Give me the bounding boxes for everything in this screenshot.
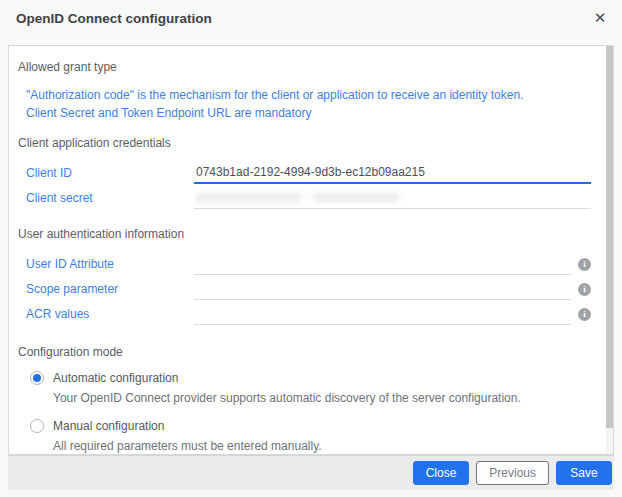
client-secret-row: Client secret xxxxxxxxxxxxxxx - xxxxxxxx… <box>18 187 591 209</box>
user-auth-heading: User authentication information <box>18 227 591 241</box>
user-id-attribute-input[interactable] <box>194 254 571 275</box>
configuration-mode-section: Configuration mode Automatic configurati… <box>18 345 591 453</box>
dialog-content-panel: Allowed grant type "Authorization code" … <box>8 45 614 455</box>
client-credentials-heading: Client application credentials <box>18 136 591 150</box>
client-secret-input[interactable]: xxxxxxxxxxxxxxx - xxxxxxxxxxxx <box>194 188 591 209</box>
dialog-footer: Close Previous Save <box>8 455 614 490</box>
manual-configuration-radio[interactable]: Manual configuration <box>30 419 591 433</box>
scope-parameter-label: Scope parameter <box>26 282 194 300</box>
manual-configuration-description: All required parameters must be entered … <box>53 439 591 453</box>
manual-configuration-option: Manual configuration All required parame… <box>18 419 591 453</box>
info-icon[interactable]: i <box>578 258 591 271</box>
close-icon[interactable]: ✕ <box>590 8 610 28</box>
scope-parameter-row: Scope parameter i <box>18 278 591 300</box>
user-auth-section: User authentication information User ID … <box>18 227 591 325</box>
info-icon[interactable]: i <box>578 308 591 321</box>
user-id-attribute-row: User ID Attribute i <box>18 253 591 275</box>
client-credentials-section: Client application credentials Client ID… <box>18 136 591 209</box>
scrollbar-thumb[interactable] <box>606 46 613 428</box>
radio-selected-icon <box>30 371 44 385</box>
radio-unselected-icon <box>30 419 44 433</box>
vertical-scrollbar[interactable] <box>606 46 613 454</box>
client-id-label: Client ID <box>26 166 194 184</box>
manual-configuration-label: Manual configuration <box>53 419 164 433</box>
previous-button[interactable]: Previous <box>476 461 549 485</box>
user-id-attribute-label: User ID Attribute <box>26 257 194 275</box>
acr-values-input[interactable] <box>194 304 571 325</box>
grant-info-line-1: "Authorization code" is the mechanism fo… <box>18 86 591 104</box>
automatic-configuration-option: Automatic configuration Your OpenID Conn… <box>18 371 591 405</box>
info-icon[interactable]: i <box>578 283 591 296</box>
dialog-header: OpenID Connect configuration ✕ <box>0 0 622 45</box>
automatic-configuration-label: Automatic configuration <box>53 371 178 385</box>
allowed-grant-type-heading: Allowed grant type <box>18 60 591 74</box>
acr-values-row: ACR values i <box>18 303 591 325</box>
scope-parameter-input[interactable] <box>194 279 571 300</box>
save-button[interactable]: Save <box>556 461 612 485</box>
automatic-configuration-description: Your OpenID Connect provider supports au… <box>53 391 591 405</box>
client-id-row: Client ID 0743b1ad-2192-4994-9d3b-ec12b0… <box>18 162 591 184</box>
allowed-grant-type-section: Allowed grant type "Authorization code" … <box>18 60 591 122</box>
openid-connect-dialog: OpenID Connect configuration ✕ Allowed g… <box>0 0 622 497</box>
dialog-title: OpenID Connect configuration <box>16 11 212 26</box>
client-secret-label: Client secret <box>26 191 194 209</box>
grant-info-line-2: Client Secret and Token Endpoint URL are… <box>18 104 591 122</box>
client-id-input[interactable]: 0743b1ad-2192-4994-9d3b-ec12b09aa215 <box>194 163 591 184</box>
acr-values-label: ACR values <box>26 307 194 325</box>
automatic-configuration-radio[interactable]: Automatic configuration <box>30 371 591 385</box>
close-button[interactable]: Close <box>413 461 470 485</box>
client-secret-masked-value: xxxxxxxxxxxxxxx - xxxxxxxxxxxx <box>196 190 399 204</box>
configuration-mode-heading: Configuration mode <box>18 345 591 359</box>
